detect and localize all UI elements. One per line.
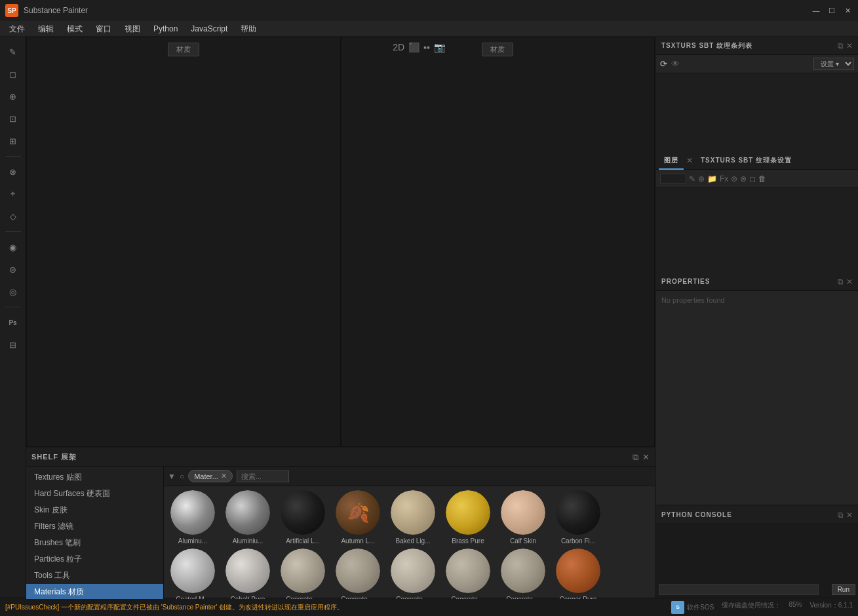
minimize-button[interactable]: — — [811, 5, 821, 16]
layer-anchor-btn[interactable]: ⊜ — [731, 174, 737, 183]
cache-info: 缓存磁盘使用情况： — [722, 601, 781, 614]
layer-paint-btn[interactable]: ✎ — [689, 174, 695, 183]
material-label-concrete1: Concrete ... — [286, 596, 320, 599]
shelf-controls: ⧉ ✕ — [633, 452, 650, 463]
properties-expand-btn[interactable]: ⧉ — [838, 277, 844, 286]
menu-item-帮助[interactable]: 帮助 — [234, 21, 263, 37]
shelf-cat-brushes[interactable]: Brushes 笔刷 — [26, 535, 163, 551]
shelf-header: SHELF 展架 ⧉ ✕ — [26, 448, 655, 467]
material-item-concrete4[interactable]: Concrete ... — [442, 547, 494, 599]
material-item-brass[interactable]: Brass Pure — [442, 489, 494, 545]
menu-item-文件[interactable]: 文件 — [3, 21, 31, 37]
blur-tool[interactable]: ◎ — [3, 282, 23, 301]
projection-tool[interactable]: ⊕ — [3, 87, 23, 106]
maximize-button[interactable]: ☐ — [827, 5, 837, 16]
erase-tool[interactable]: ◻ — [3, 64, 23, 84]
smudge-tool[interactable]: ⌖ — [3, 184, 23, 204]
texture-set-settings-tab[interactable]: TSXTURS SBT 纹理条设置 — [695, 151, 797, 170]
material-item-autumn[interactable]: 🍂Autumn L... — [332, 489, 384, 545]
material-item-coated[interactable]: Coated M... — [166, 547, 219, 599]
shelf-cat-textures[interactable]: Textures 贴图 — [26, 469, 163, 486]
python-expand-btn[interactable]: ⧉ — [838, 510, 844, 520]
layers-tab-close[interactable]: ✕ — [686, 156, 693, 165]
shelf-cat-hard-surfaces[interactable]: Hard Surfaces 硬表面 — [26, 486, 163, 502]
menu-item-模式[interactable]: 模式 — [60, 21, 89, 37]
texture-set-controls: ⧉ ✕ — [838, 41, 853, 50]
app-icon: SP — [5, 4, 18, 17]
python-close-btn[interactable]: ✕ — [846, 510, 853, 520]
material-label-aluminium2: Aluminiu... — [233, 537, 263, 545]
layers-tab[interactable]: 图层 — [659, 151, 684, 170]
shelf-cat-filters[interactable]: Filters 滤镜 — [26, 518, 163, 535]
shelf-cat-particles[interactable]: Particles 粒子 — [26, 551, 163, 568]
shelf-cat-skin[interactable]: Skin 皮肤 — [26, 502, 163, 518]
filter-circle-btn[interactable]: ○ — [180, 472, 184, 481]
menu-item-Python[interactable]: Python — [147, 21, 184, 37]
material-item-carbon[interactable]: Carbon Fi... — [552, 489, 604, 545]
layer-add-btn[interactable]: ⊕ — [698, 174, 705, 183]
select-tool[interactable]: ⊡ — [3, 109, 23, 128]
crop-tool[interactable]: ⊞ — [3, 131, 23, 151]
material-item-cobalt[interactable]: Cobalt Pure — [222, 547, 274, 599]
material-item-copper[interactable]: Copper Pure — [552, 547, 604, 599]
shelf-expand-btn[interactable]: ⧉ — [633, 452, 638, 463]
layer-opacity-input[interactable] — [660, 174, 686, 183]
texture-set-close-btn[interactable]: ✕ — [846, 41, 853, 50]
status-warning: [#PUIssuesCheck] 一个新的配置程序配置文件已被由 'Substa… — [5, 603, 666, 612]
ps-tool[interactable]: Ps — [3, 313, 23, 332]
properties-controls: ⧉ ✕ — [838, 277, 853, 286]
filter-tag-close[interactable]: ✕ — [221, 472, 227, 480]
anchor-tool[interactable]: ⊜ — [3, 260, 23, 279]
python-input[interactable] — [659, 584, 819, 595]
menu-item-视图[interactable]: 视图 — [118, 21, 147, 37]
menu-item-窗口[interactable]: 窗口 — [89, 21, 118, 37]
menu-item-JavaScript[interactable]: JavaScript — [184, 21, 234, 37]
python-run-button[interactable]: Run — [832, 584, 855, 595]
layer-mask-btn[interactable]: ◻ — [749, 174, 756, 183]
material-label-concrete5: Concrete ... — [506, 596, 540, 599]
ts-eye-btn[interactable]: 👁 — [671, 59, 680, 69]
shelf-cat-materials[interactable]: Materials 材质 — [26, 584, 163, 599]
filter-icon[interactable]: ▼ — [168, 472, 176, 481]
texture-set-panel: TSXTURS SBT 纹理条列表 ⧉ ✕ ⟳ 👁 设置 ▾ — [656, 37, 858, 151]
materials-grid: Aluminu...Aluminiu...Artificial L...🍂Aut… — [164, 486, 655, 599]
left-toolbar: ✎ ◻ ⊕ ⊡ ⊞ ⊗ ⌖ ◇ ◉ ⊜ ◎ Ps ⊟ — [0, 37, 26, 598]
menu-item-编辑[interactable]: 编辑 — [31, 21, 60, 37]
clone-tool[interactable]: ⊗ — [3, 162, 23, 182]
texture-set-expand-btn[interactable]: ⧉ — [838, 41, 844, 50]
material-label-coated: Coated M... — [176, 596, 210, 599]
layer-folder-btn[interactable]: 📁 — [707, 174, 717, 183]
ts-settings-dropdown[interactable]: 设置 ▾ — [813, 58, 854, 70]
layer-delete-btn[interactable]: 🗑 — [758, 174, 766, 183]
ts-refresh-btn[interactable]: ⟳ — [660, 59, 667, 69]
properties-close-btn[interactable]: ✕ — [846, 277, 853, 286]
material-item-baked[interactable]: Baked Lig... — [387, 489, 439, 545]
material-label-concrete4: Concrete ... — [451, 596, 485, 599]
paint-tool[interactable]: ✎ — [3, 42, 23, 62]
shelf-cat-tools[interactable]: Tools 工具 — [26, 568, 163, 584]
layer-clone-btn[interactable]: ⊗ — [740, 174, 747, 183]
material-item-concrete5[interactable]: Concrete ... — [497, 547, 549, 599]
ext-tool[interactable]: ⊟ — [3, 335, 23, 355]
material-item-aluminium2[interactable]: Aluminiu... — [222, 489, 274, 545]
close-button[interactable]: ✕ — [842, 5, 853, 16]
colorpick-tool[interactable]: ◇ — [3, 206, 23, 226]
material-label-concrete2: Concrete ... — [341, 596, 375, 599]
layer-fx-btn[interactable]: Fx — [720, 174, 728, 183]
material-item-concrete1[interactable]: Concrete ... — [277, 547, 329, 599]
material-item-aluminium1[interactable]: Aluminu... — [166, 489, 219, 545]
shelf-close-btn[interactable]: ✕ — [642, 452, 650, 463]
viewport-panel-left: 材质 — [26, 37, 341, 447]
properties-header: PROPERTIES ⧉ ✕ — [656, 273, 858, 291]
shelf-search-input[interactable] — [237, 471, 289, 482]
texture-set-header: TSXTURS SBT 纹理条列表 ⧉ ✕ — [656, 37, 858, 55]
material-label-aluminium1: Aluminu... — [178, 537, 207, 545]
material-item-artificial[interactable]: Artificial L... — [277, 489, 329, 545]
properties-title: PROPERTIES — [661, 278, 838, 285]
material-item-concrete3[interactable]: Concrete ... — [387, 547, 439, 599]
texture-set-title: TSXTURS SBT 纹理条列表 — [661, 41, 838, 50]
material-item-concrete2[interactable]: Concrete ... — [332, 547, 384, 599]
material-item-calfskin[interactable]: Calf Skin — [497, 489, 549, 545]
filter-tag-label: Mater... — [194, 472, 218, 480]
fill-tool[interactable]: ◉ — [3, 237, 23, 257]
